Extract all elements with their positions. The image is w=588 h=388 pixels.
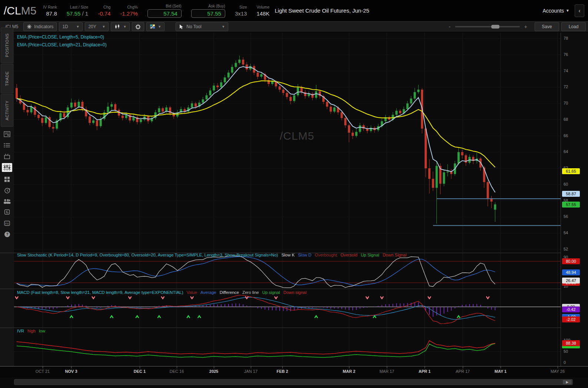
price-tick: 70 <box>564 101 568 105</box>
time-tick <box>387 367 387 368</box>
price-badge: 57.55 <box>562 202 580 208</box>
time-tick <box>349 367 349 368</box>
stoch-badge: 48.94 <box>562 269 580 275</box>
sidebar-help-button[interactable]: ? <box>0 229 14 239</box>
candlestick-chart-icon <box>114 24 121 29</box>
ivr-title[interactable]: IVR <box>17 329 24 333</box>
sidebar-community-button[interactable] <box>0 196 14 206</box>
chart-type-dropdown[interactable]: ▼ <box>111 22 130 31</box>
price-badge: 61.65 <box>562 168 580 174</box>
price-axis[interactable]: 787674727068666462605856545261.6558.8757… <box>561 33 588 377</box>
indicators-icon <box>27 24 32 29</box>
sidebar-tab-activity[interactable]: ACTIVITY <box>1 94 13 127</box>
iv-rank-value: 87.8 <box>46 10 57 17</box>
size-value: 3x13 <box>235 10 247 17</box>
sidebar-tab-trade[interactable]: TRADE <box>1 64 13 93</box>
charts-icon <box>2 163 12 172</box>
time-label: APR 1 <box>419 369 431 374</box>
collapse-panel-button[interactable]: ‹ <box>575 4 584 17</box>
time-label: JAN 17 <box>244 369 258 374</box>
accounts-dropdown[interactable]: Accounts ▼ <box>543 8 570 14</box>
price-tick: 52 <box>564 247 568 251</box>
calendar-icon <box>4 209 10 215</box>
time-tick <box>71 367 72 368</box>
chevron-down-icon: ▼ <box>76 25 79 29</box>
iv-rank-label: IV Rank <box>43 5 57 9</box>
range-dropdown[interactable]: 20Y ▼ <box>85 22 109 31</box>
chart-scrollbar[interactable]: ▶ <box>14 379 573 385</box>
indicators-button[interactable]: Indicators <box>23 22 57 31</box>
people-icon <box>3 199 11 204</box>
price-tick: 76 <box>564 52 568 57</box>
sidebar-tab-positions[interactable]: POSITIONS <box>1 27 13 63</box>
zoom-control: - + <box>447 24 529 30</box>
zoom-out-button[interactable]: - <box>447 24 452 30</box>
chg-value: -0.74 <box>98 10 110 17</box>
macd-panel[interactable] <box>14 289 561 328</box>
range-value: 20Y <box>88 24 96 29</box>
zoom-slider-track[interactable] <box>455 26 520 27</box>
time-tick <box>251 367 251 368</box>
bid-button[interactable]: 57.54 <box>147 9 182 18</box>
time-label: APR 17 <box>456 369 470 374</box>
zoom-in-button[interactable]: + <box>523 24 529 30</box>
main-price-chart[interactable] <box>14 33 561 253</box>
last-size-label: Last / Size <box>70 5 88 9</box>
sidebar-fx-button[interactable]: FX <box>0 218 14 228</box>
last-size-stat: Last / Size 57.55 / 1 <box>67 5 88 17</box>
time-tick <box>463 367 463 368</box>
time-tick <box>140 367 140 368</box>
time-label: DEC 16 <box>170 369 184 374</box>
time-tick <box>177 367 177 368</box>
symbol-watermark: /CLM5 <box>280 130 314 142</box>
zoom-slider-handle[interactable] <box>491 25 499 29</box>
accounts-label: Accounts <box>543 8 564 14</box>
sidebar-calendar-button[interactable] <box>0 207 14 217</box>
sidebar-charts-button[interactable] <box>0 162 14 173</box>
ask-stat: Ask (Buy) 57.55 <box>191 4 225 18</box>
panel-divider[interactable] <box>0 289 588 289</box>
macd-title[interactable]: MACD (Fast length=8, Slow length=21, MAC… <box>17 290 183 295</box>
ema21-study-label[interactable]: EMA (Price=CLOSE, Length=21, Displace=0) <box>17 41 107 49</box>
header: /CLM5 IV Rank 87.8 Last / Size 57.55 / 1… <box>0 0 588 21</box>
ema5-study-label[interactable]: EMA (Price=CLOSE, Length=5, Displace=0) <box>17 33 107 41</box>
chg-label: Chg <box>103 5 110 9</box>
stochastic-title[interactable]: Slow Stochastic (K Period=14, D Period=9… <box>17 253 278 257</box>
ask-button[interactable]: 57.55 <box>191 9 225 18</box>
active-tool-label: No Tool <box>186 24 201 29</box>
timeframe-value: 1D <box>62 24 68 29</box>
stochastic-panel[interactable] <box>14 253 561 289</box>
save-button[interactable]: Save <box>535 22 559 31</box>
price-tick: 56 <box>564 214 568 219</box>
time-tick <box>501 367 501 368</box>
chart-settings-button[interactable] <box>132 22 144 31</box>
trading-app-window: /CLM5 IV Rank 87.8 Last / Size 57.55 / 1… <box>0 0 588 388</box>
timeframe-dropdown[interactable]: 1D ▼ <box>59 22 83 31</box>
time-label: 2025 <box>209 369 218 374</box>
panel-divider[interactable] <box>0 328 588 328</box>
svg-text:FX: FX <box>5 222 9 225</box>
time-label: OCT 21 <box>36 369 50 374</box>
fx-icon: FX <box>4 220 10 226</box>
sidebar-tv-button[interactable] <box>0 151 14 162</box>
load-button[interactable]: Load <box>561 22 586 31</box>
ivr-badge: 88.38 <box>562 340 580 346</box>
chevron-down-icon: ▼ <box>566 9 569 13</box>
time-label: NOV 3 <box>65 369 77 374</box>
contract-description: Light Sweet Crude Oil Futures, Jun-25 <box>275 7 369 14</box>
time-axis[interactable]: OCT 21NOV 3DEC 1DEC 162025JAN 17FEB 2MAR… <box>0 366 588 377</box>
watchlist-icon <box>4 143 10 148</box>
time-label: MAY 26 <box>551 369 565 374</box>
sidebar-grid-button[interactable] <box>0 174 14 185</box>
drawing-tools-dropdown[interactable]: ▼ <box>146 22 165 31</box>
sidebar-ondemand-button[interactable] <box>0 185 14 196</box>
sidebar-quotes-button[interactable] <box>0 129 14 139</box>
ivr-panel[interactable] <box>14 328 561 366</box>
active-tool-dropdown[interactable]: No Tool ▼ <box>176 22 228 31</box>
time-tick <box>558 367 558 368</box>
indicators-label: Indicators <box>34 24 53 29</box>
stoch-badge: 26.47 <box>562 278 580 283</box>
time-label: DEC 1 <box>134 369 146 374</box>
scroll-right-button[interactable]: ▶ <box>563 380 572 384</box>
sidebar-watchlist-button[interactable] <box>0 140 14 150</box>
